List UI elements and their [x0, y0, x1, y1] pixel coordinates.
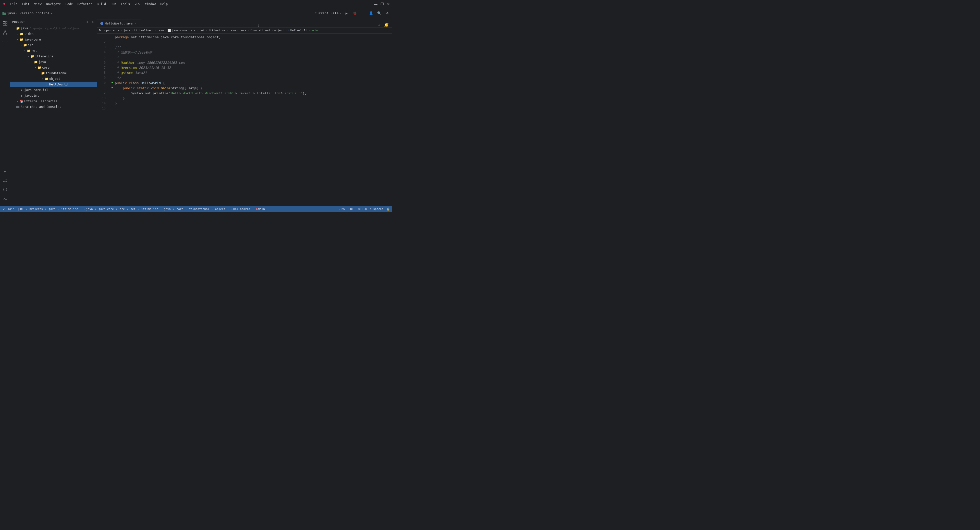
breadcrumb-net[interactable]: net [200, 29, 205, 32]
more-run-options-icon[interactable]: ⋮ [360, 11, 366, 16]
window-minimize-button[interactable]: — [374, 2, 377, 6]
code-line-10: public class HelloWorld { [115, 81, 392, 86]
breadcrumb-core[interactable]: core [239, 29, 246, 32]
settings-icon[interactable]: ⚙ [385, 11, 390, 16]
charset-selector[interactable]: UTF-8 [358, 207, 367, 211]
run-class-icon[interactable]: ▶ [111, 81, 113, 84]
tree-item-java-root[interactable]: ▾ 📁 java D:\projects\java\ittimeline\jav… [10, 25, 97, 31]
breadcrumb-java3[interactable]: java [229, 29, 236, 32]
sidebar-item-structure[interactable] [1, 29, 9, 37]
status-core[interactable]: core [177, 207, 183, 211]
tree-item-core[interactable]: ▾ 📁 core [10, 65, 97, 70]
menu-tools[interactable]: Tools [119, 2, 132, 6]
git-icon[interactable]: ⎇ [1, 176, 9, 184]
status-projects[interactable]: projects [29, 207, 43, 211]
menu-view[interactable]: View [32, 2, 44, 6]
status-net[interactable]: net [130, 207, 135, 211]
breadcrumb-java-core[interactable]: ⬜java-core [167, 29, 187, 32]
breadcrumb-ittimeline[interactable]: ittimeline [134, 29, 151, 32]
gutter-11[interactable]: ▶ [110, 85, 115, 90]
menu-window[interactable]: Window [143, 2, 158, 6]
run-icon-bar[interactable]: ▶ [1, 167, 9, 175]
breadcrumb-d[interactable]: D: [99, 29, 102, 32]
problems-icon[interactable]: ! [1, 186, 9, 194]
run-method-icon[interactable]: ▶ [111, 86, 113, 89]
sidebar-item-more[interactable]: ··· [1, 38, 9, 46]
tree-item-java-dir[interactable]: ▾ 📁 java [10, 59, 97, 65]
code-content[interactable]: package net.ittimeline.java.core.foundat… [115, 34, 392, 206]
tree-item-foundational[interactable]: ▾ 📁 foundational [10, 70, 97, 76]
status-ittimeline2[interactable]: ittimeline [142, 207, 158, 211]
status-helloworld[interactable]: ☕HelloWorld [231, 207, 250, 211]
breadcrumb-object[interactable]: object [274, 29, 284, 32]
tab-close-button[interactable]: × [134, 22, 138, 25]
tree-item-external-libraries[interactable]: ▸ 📚 External Libraries [10, 98, 97, 104]
gutter-5 [110, 54, 115, 59]
tab-helloworld[interactable]: HelloWorld.java × [97, 19, 141, 27]
tree-item-java-iml[interactable]: ■ java.iml [10, 93, 97, 98]
status-src[interactable]: src [120, 207, 125, 211]
line-col-indicator[interactable]: 12:97 [337, 207, 345, 211]
version-control-switcher[interactable]: Version control ▾ [20, 11, 52, 15]
breadcrumb-java1[interactable]: java [123, 29, 130, 32]
menu-navigate[interactable]: Navigate [44, 2, 63, 6]
menu-refactor[interactable]: Refactor [75, 2, 94, 6]
menu-build[interactable]: Build [95, 2, 108, 6]
run-button[interactable]: ▶ [344, 11, 349, 16]
tree-item-java-core-iml[interactable]: ■ java-core.iml [10, 87, 97, 93]
menu-file[interactable]: File [8, 2, 20, 6]
gutter-10[interactable]: ▶ [110, 79, 115, 85]
menu-code[interactable]: Code [64, 2, 75, 6]
code-editor[interactable]: 1 2 3 4 5 6 7 8 9 10 11 12 13 14 15 [97, 34, 392, 206]
menu-vcs[interactable]: VCS [132, 2, 142, 6]
status-java3[interactable]: java [164, 207, 171, 211]
indent-selector[interactable]: 4 spaces [370, 207, 383, 211]
breadcrumb-main[interactable]: main [311, 29, 318, 32]
tree-chevron-idea: ▸ [16, 32, 19, 36]
breadcrumb-foundational[interactable]: foundational [250, 29, 270, 32]
profile-icon[interactable]: 👤 [369, 11, 374, 16]
window-close-button[interactable]: ✕ [387, 2, 390, 6]
tree-item-idea[interactable]: ▸ 📁 .idea [10, 31, 97, 37]
tree-item-java-core[interactable]: ▾ 📁 java-core [10, 37, 97, 42]
search-everywhere-icon[interactable]: 🔍 [377, 11, 382, 16]
window-restore-button[interactable]: ❐ [380, 2, 384, 6]
panel-action-icon-2[interactable]: ⚙ [91, 20, 95, 24]
git-branch-label[interactable]: main [8, 207, 14, 211]
menu-edit[interactable]: Edit [20, 2, 32, 6]
line-ending-selector[interactable]: CRLF [348, 207, 355, 211]
menu-run[interactable]: Run [108, 2, 118, 6]
tree-chevron-java-dir: ▾ [30, 60, 34, 64]
token: * 我的第一个Java程序 [115, 50, 152, 56]
tree-item-helloworld[interactable]: ☕ HelloWorld [10, 82, 97, 87]
status-java2[interactable]: ☕java [84, 207, 93, 211]
sidebar-item-project[interactable] [1, 19, 9, 27]
tree-item-ittimeline[interactable]: ▾ 📁 ittimeline [10, 54, 97, 59]
tab-actions: ⋮ [256, 23, 262, 27]
breadcrumb-ittimeline2[interactable]: ittimeline [208, 29, 225, 32]
status-java-core[interactable]: java-core [99, 207, 114, 211]
status-foundational[interactable]: foundational [189, 207, 209, 211]
debug-button[interactable]: 🐞 [352, 11, 357, 16]
tree-item-net[interactable]: ▾ 📁 net [10, 48, 97, 54]
status-object[interactable]: object [215, 207, 225, 211]
status-ittimeline[interactable]: ittimeline [61, 207, 78, 211]
menu-help[interactable]: Help [158, 2, 170, 6]
breadcrumb-java2[interactable]: ☕java [154, 29, 164, 32]
project-switcher[interactable]: java ▾ [2, 11, 18, 15]
tree-item-src[interactable]: ▾ 📁 src [10, 42, 97, 48]
status-path[interactable]: D: [20, 207, 24, 211]
tree-item-scratches[interactable]: ≡≡ Scratches and Consoles [10, 104, 97, 109]
status-java[interactable]: java [49, 207, 56, 211]
breadcrumb-src[interactable]: src [191, 29, 196, 32]
breadcrumb-helloworld[interactable]: ☕HelloWorld [288, 29, 307, 32]
tree-item-object[interactable]: ▾ 📁 object [10, 76, 97, 82]
tab-more-icon[interactable]: ⋮ [256, 23, 261, 27]
panel-action-icon-1[interactable]: ⊕ [86, 20, 89, 24]
notifications-bell[interactable]: 🔔 [384, 22, 389, 27]
breadcrumb-projects[interactable]: projects [106, 29, 120, 32]
terminal-icon[interactable] [1, 195, 9, 203]
tree-label-ittimeline: ittimeline [35, 55, 53, 58]
status-main[interactable]: ●main [256, 207, 265, 211]
current-file-selector[interactable]: Current File ▾ [315, 11, 341, 15]
